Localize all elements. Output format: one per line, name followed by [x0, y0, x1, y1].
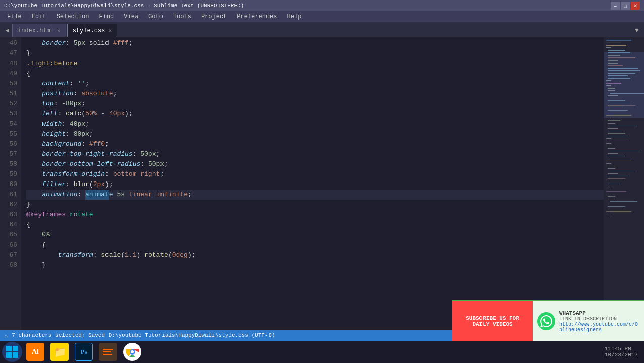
- close-button[interactable]: ✕: [631, 2, 640, 10]
- svg-rect-36: [608, 133, 625, 134]
- code-line-64: {: [26, 220, 604, 230]
- code-line-55: height: 80px;: [26, 129, 604, 139]
- menu-file[interactable]: File: [2, 11, 27, 22]
- svg-rect-53: [608, 178, 625, 179]
- menu-preferences[interactable]: Preferences: [232, 11, 282, 22]
- line-num-64: 64: [0, 220, 17, 230]
- code-line-66: {: [26, 240, 604, 250]
- taskbar-notification-area: 11:45 PM10/28/2017: [605, 346, 642, 358]
- ad-cta: SUBSCRIBE US FOR DAILY VIDEOS: [452, 301, 533, 341]
- line-num-48: 48: [0, 58, 17, 69]
- ad-text: WHATSAPP LINK IN DESCRIPTION http://www.…: [559, 310, 640, 333]
- menu-tools[interactable]: Tools: [168, 11, 196, 22]
- svg-rect-69: [13, 352, 18, 358]
- svg-rect-28: [608, 110, 628, 111]
- code-line-65: 0%: [26, 230, 604, 240]
- svg-rect-30: [606, 118, 611, 118]
- code-line-47: }: [26, 48, 604, 58]
- svg-rect-51: [608, 173, 618, 174]
- svg-rect-62: [608, 204, 618, 204]
- tab-close-style[interactable]: ✕: [108, 27, 112, 34]
- menu-help[interactable]: Help: [282, 11, 307, 22]
- code-line-49: {: [26, 69, 604, 79]
- minimap: [604, 37, 644, 330]
- maximize-button[interactable]: □: [621, 2, 630, 10]
- taskbar-time: 11:45 PM10/28/2017: [605, 346, 638, 358]
- code-line-46: border: 5px solid #fff;: [26, 38, 604, 48]
- svg-point-76: [131, 350, 134, 353]
- svg-rect-0: [606, 40, 631, 41]
- taskbar-illustrator[interactable]: Ai: [24, 342, 46, 362]
- taskbar-sublime[interactable]: [97, 342, 119, 362]
- svg-rect-60: [608, 199, 615, 199]
- svg-rect-4: [608, 50, 625, 51]
- ad-link[interactable]: http://www.youtube.com/c/OnlineDesigners: [559, 322, 640, 333]
- line-num-55: 55: [0, 129, 17, 139]
- svg-rect-42: [608, 148, 615, 149]
- menu-project[interactable]: Project: [196, 11, 232, 22]
- svg-rect-35: [608, 131, 623, 131]
- code-line-50: content: '';: [26, 79, 604, 89]
- status-left: ⚠ 7 characters selected; Saved D:\youtub…: [4, 332, 275, 339]
- line-num-65: 65: [0, 230, 17, 240]
- line-num-54: 54: [0, 119, 17, 129]
- tab-label: style.css: [73, 27, 105, 34]
- taskbar-photoshop[interactable]: Ps: [73, 342, 95, 362]
- svg-rect-31: [608, 120, 620, 121]
- tab-scroll-left[interactable]: ◀: [2, 24, 12, 37]
- minimap-svg: [604, 37, 644, 330]
- minimize-button[interactable]: –: [611, 2, 620, 10]
- taskbar-chrome[interactable]: [121, 342, 143, 362]
- code-line-58: border-bottom-left-radius: 50px;: [26, 159, 604, 169]
- svg-rect-2: [606, 45, 626, 46]
- menu-goto[interactable]: Goto: [143, 11, 168, 22]
- svg-rect-64: [606, 211, 631, 212]
- ad-right: WHATSAPP LINK IN DESCRIPTION http://www.…: [533, 307, 644, 336]
- menu-selection[interactable]: Selection: [51, 11, 94, 22]
- svg-rect-50: [610, 171, 635, 171]
- line-num-66: 66: [0, 240, 17, 250]
- ad-overlay: SUBSCRIBE US FOR DAILY VIDEOS WHATSAPP L…: [452, 300, 644, 341]
- menu-find[interactable]: Find: [94, 11, 119, 22]
- svg-rect-47: [606, 163, 611, 164]
- code-editor[interactable]: border: 5px solid #fff; } .light:before …: [21, 37, 604, 330]
- line-num-47: 47: [0, 48, 17, 58]
- line-num-51: 51: [0, 89, 17, 99]
- line-num-50: 50: [0, 79, 17, 89]
- svg-rect-39: [606, 141, 629, 141]
- code-line-57: border-top-right-radius: 50px;: [26, 149, 604, 159]
- line-num-62: 62: [0, 200, 17, 210]
- ad-desc: LINK IN DESCRIPTION: [559, 316, 640, 322]
- code-line-60: filter: blur(2px);: [26, 179, 604, 190]
- svg-rect-70: [103, 349, 113, 350]
- ad-whatsapp-label: WHATSAPP: [559, 310, 640, 316]
- svg-rect-52: [608, 176, 628, 176]
- line-num-60: 60: [0, 179, 17, 190]
- svg-rect-66: [6, 346, 12, 351]
- svg-rect-33: [610, 126, 637, 126]
- svg-rect-26: [608, 105, 635, 106]
- svg-rect-37: [608, 136, 628, 136]
- line-num-58: 58: [0, 159, 17, 169]
- tab-dropdown[interactable]: ▼: [632, 24, 642, 37]
- svg-rect-43: [610, 151, 640, 151]
- code-line-56: background: #ff0;: [26, 139, 604, 149]
- taskbar: Ai 📁 Ps: [0, 341, 644, 363]
- svg-rect-27: [608, 108, 623, 108]
- svg-rect-57: [606, 191, 626, 192]
- taskbar-file-explorer[interactable]: 📁: [48, 342, 71, 362]
- svg-rect-54: [608, 181, 623, 182]
- svg-rect-41: [608, 146, 615, 146]
- code-line-68: }: [26, 260, 604, 270]
- tab-close-index[interactable]: ✕: [57, 27, 61, 34]
- svg-rect-45: [608, 156, 625, 156]
- menu-view[interactable]: View: [119, 11, 143, 22]
- code-line-48: .light:before: [26, 58, 604, 69]
- tab-index-html[interactable]: index.html ✕: [12, 24, 66, 37]
- svg-rect-67: [13, 346, 18, 351]
- start-button[interactable]: [2, 342, 22, 362]
- tab-style-css[interactable]: style.css ✕: [67, 24, 117, 37]
- code-line-67: transform: scale(1.1) rotate(0deg);: [26, 250, 604, 260]
- code-line-62: }: [26, 200, 604, 210]
- menu-edit[interactable]: Edit: [27, 11, 51, 22]
